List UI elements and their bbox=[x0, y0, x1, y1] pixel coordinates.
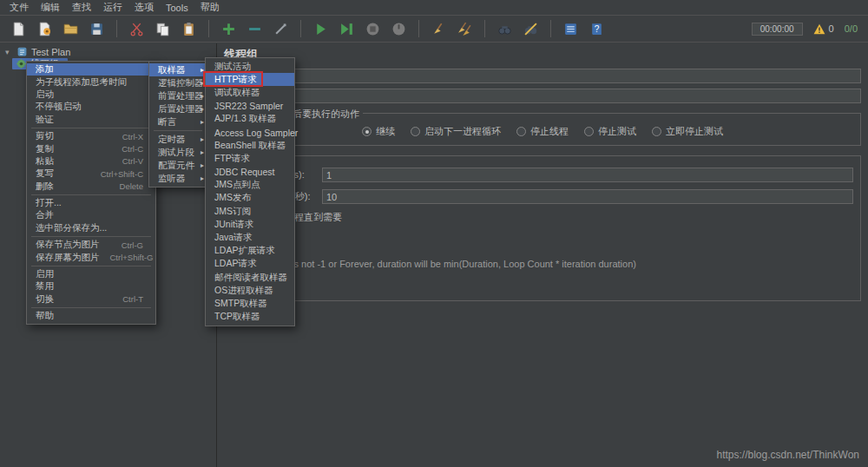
add-submenu-item[interactable]: 监听器▸ bbox=[149, 172, 207, 185]
save-button[interactable] bbox=[85, 18, 108, 40]
toggle-button[interactable] bbox=[269, 18, 293, 40]
context-menu-item[interactable]: 为子线程添加思考时间 bbox=[27, 76, 155, 88]
sampler-menu-item[interactable]: JDBC Request bbox=[206, 166, 294, 179]
menu-item-label: 启动 bbox=[36, 89, 54, 101]
menu-item-label: 保存屏幕为图片 bbox=[36, 252, 100, 264]
sampler-menu-item[interactable]: BeanShell 取样器 bbox=[206, 139, 294, 152]
sampler-menu-item[interactable]: 调试取样器 bbox=[206, 86, 294, 99]
open-file-button[interactable] bbox=[59, 18, 82, 40]
clear-all-button[interactable] bbox=[453, 18, 477, 40]
context-menu-item[interactable]: 复制Ctrl-C bbox=[27, 142, 155, 155]
collapse-arrow-icon[interactable]: ▾ bbox=[5, 48, 13, 56]
context-menu-item[interactable]: 保存屏幕为图片Ctrl+Shift-G bbox=[27, 251, 155, 263]
submenu-arrow-icon: ▸ bbox=[201, 118, 204, 126]
sampler-menu-item[interactable]: JMS点到点 bbox=[206, 179, 294, 192]
start-no-pauses-button[interactable] bbox=[335, 18, 358, 40]
reset-search-button[interactable] bbox=[519, 18, 542, 40]
toolbar: ? 00:00:00 0 0/0 bbox=[0, 16, 868, 43]
reset-search-icon bbox=[523, 22, 538, 36]
add-submenu-item[interactable]: 前置处理器▸ bbox=[149, 89, 207, 102]
sampler-menu-item[interactable]: 邮件阅读者取样器 bbox=[206, 271, 294, 284]
context-menu-item[interactable]: 粘贴Ctrl-V bbox=[27, 155, 155, 168]
context-menu-item[interactable]: 帮助 bbox=[27, 310, 155, 322]
menubar-item[interactable]: 帮助 bbox=[194, 0, 226, 15]
context-menu-item[interactable]: 启动 bbox=[27, 89, 155, 101]
radio-continue[interactable]: 继续 bbox=[362, 125, 395, 138]
log-errors-indicator[interactable]: 0 bbox=[813, 23, 834, 35]
radio-stop-test[interactable]: 停止测试 bbox=[584, 125, 636, 138]
menu-item-label: 后置处理器 bbox=[158, 103, 204, 115]
add-submenu-item[interactable]: 断言▸ bbox=[149, 115, 207, 128]
context-menu-item[interactable]: 剪切Ctrl-X bbox=[27, 130, 155, 142]
context-menu-item[interactable]: 切换Ctrl-T bbox=[27, 293, 155, 306]
context-menu-item[interactable]: 打开... bbox=[27, 197, 155, 209]
sampler-menu-item[interactable]: AJP/1.3 取样器 bbox=[206, 113, 294, 126]
clear-button[interactable] bbox=[427, 18, 450, 40]
help-button[interactable]: ? bbox=[585, 18, 608, 40]
stop-button[interactable] bbox=[361, 18, 385, 40]
shutdown-button[interactable] bbox=[387, 18, 411, 40]
menubar-item[interactable]: 查找 bbox=[66, 0, 97, 15]
comments-input[interactable] bbox=[251, 89, 861, 103]
warning-icon bbox=[813, 23, 825, 35]
name-input[interactable] bbox=[251, 69, 861, 83]
add-submenu-item[interactable]: 定时器▸ bbox=[149, 133, 207, 146]
menubar-item[interactable]: Tools bbox=[160, 2, 194, 14]
menubar-item[interactable]: 编辑 bbox=[35, 0, 66, 15]
context-menu-item[interactable]: 不停顿启动 bbox=[27, 101, 155, 113]
menu-item-sampler[interactable]: 取样器▸ bbox=[149, 63, 207, 76]
context-menu-item[interactable]: 合并 bbox=[27, 209, 155, 221]
context-menu-item[interactable]: 复写Ctrl+Shift-C bbox=[27, 168, 155, 180]
context-menu-item[interactable]: 保存节点为图片Ctrl-G bbox=[27, 239, 155, 251]
menu-separator bbox=[31, 307, 151, 308]
menu-item-label: TCP取样器 bbox=[214, 311, 260, 323]
context-menu-item[interactable]: 删除Delete bbox=[27, 181, 155, 193]
add-submenu-item[interactable]: 测试片段▸ bbox=[149, 146, 207, 159]
menu-item-add[interactable]: 添加▸ bbox=[27, 63, 155, 76]
help-icon: ? bbox=[589, 22, 604, 36]
menubar-item[interactable]: 运行 bbox=[97, 0, 128, 15]
radio-stop-thread[interactable]: 停止线程 bbox=[516, 125, 569, 138]
templates-button[interactable] bbox=[33, 18, 56, 40]
sampler-menu-item[interactable]: JMS订阅 bbox=[206, 205, 294, 218]
menu-item-label: Access Log Sampler bbox=[214, 128, 298, 138]
add-submenu-item[interactable]: 后置处理器▸ bbox=[149, 102, 207, 115]
test-duration-timer: 00:00:00 bbox=[752, 23, 803, 36]
sampler-menu-item[interactable]: LDAP请求 bbox=[206, 258, 294, 271]
cut-button[interactable] bbox=[125, 18, 148, 40]
tree-node-test-plan[interactable]: ▾ Test Plan bbox=[0, 46, 216, 57]
add-submenu-item[interactable]: 逻辑控制器▸ bbox=[149, 76, 207, 89]
radio-stop-test-now[interactable]: 立即停止测试 bbox=[652, 125, 723, 138]
expand-all-button[interactable] bbox=[217, 18, 240, 40]
radio-start-next-loop[interactable]: 启动下一进程循环 bbox=[411, 125, 501, 138]
sampler-menu-item[interactable]: FTP请求 bbox=[206, 152, 294, 165]
sampler-menu-item[interactable]: TCP取样器 bbox=[206, 311, 294, 324]
radio-label: 停止线程 bbox=[530, 125, 569, 138]
sampler-menu-item[interactable]: LDAP扩展请求 bbox=[206, 245, 294, 258]
sampler-menu-item[interactable]: OS进程取样器 bbox=[206, 284, 294, 297]
context-menu-item[interactable]: 选中部分保存为... bbox=[27, 222, 155, 234]
function-helper-button[interactable] bbox=[559, 18, 582, 40]
radio-label: 停止测试 bbox=[598, 125, 636, 138]
copy-button[interactable] bbox=[151, 18, 174, 40]
sampler-menu-item[interactable]: JUnit请求 bbox=[206, 218, 294, 231]
start-button[interactable] bbox=[309, 18, 332, 40]
threads-input[interactable] bbox=[322, 168, 853, 182]
sampler-menu-item[interactable]: Access Log Sampler bbox=[206, 126, 294, 139]
context-menu-item[interactable]: 禁用 bbox=[27, 280, 155, 293]
rampup-input[interactable] bbox=[322, 189, 853, 204]
new-file-button[interactable] bbox=[7, 18, 30, 40]
collapse-all-button[interactable] bbox=[243, 18, 266, 40]
context-menu-item[interactable]: 启用 bbox=[27, 268, 155, 280]
paste-button[interactable] bbox=[177, 18, 201, 40]
sampler-menu-item[interactable]: JSR223 Sampler bbox=[206, 100, 294, 113]
add-submenu-item[interactable]: 配置元件▸ bbox=[149, 159, 207, 172]
context-menu-item[interactable]: 验证 bbox=[27, 114, 155, 126]
search-button[interactable] bbox=[493, 18, 516, 40]
sampler-menu-item[interactable]: JMS发布 bbox=[206, 192, 294, 205]
open-file-icon bbox=[63, 22, 78, 36]
menubar-item[interactable]: 选项 bbox=[128, 0, 160, 15]
menubar-item[interactable]: 文件 bbox=[3, 0, 35, 15]
sampler-menu-item[interactable]: Java请求 bbox=[206, 231, 294, 244]
sampler-menu-item[interactable]: SMTP取样器 bbox=[206, 297, 294, 310]
